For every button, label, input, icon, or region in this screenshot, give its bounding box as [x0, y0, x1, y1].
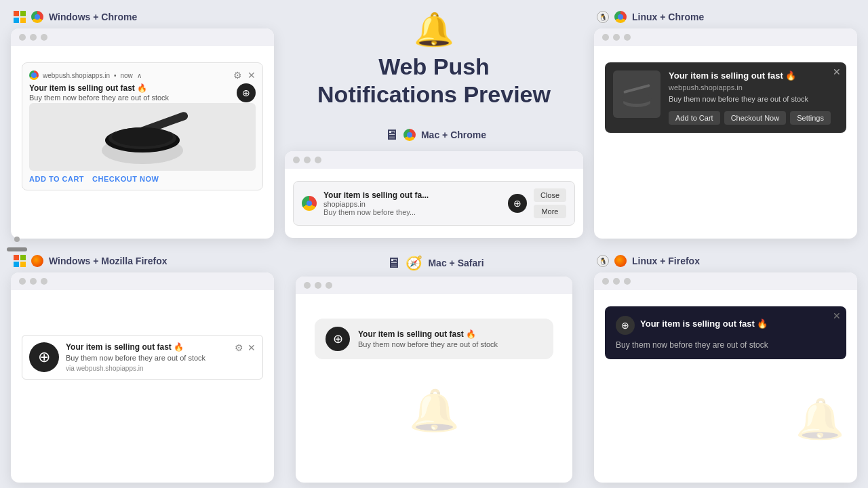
windows-chrome-section: Windows + Chrome webpush.shopiapps.in • … [0, 0, 285, 244]
notif-body: Buy them now before they are out of stoc… [29, 93, 231, 103]
dark-notif-actions: Add to Cart Checkout Now Settings [669, 111, 838, 125]
windows-firefox-browser: ⊕ Your item is selling out fast 🔥 Buy th… [11, 272, 274, 483]
linux-firefox-close[interactable]: ✕ [833, 310, 841, 321]
win-firefox-title: Your item is selling out fast 🔥 [66, 342, 235, 352]
mac-chrome-label: 🖥 Mac + Chrome [382, 127, 486, 143]
firefox-icon [31, 255, 43, 267]
safari-brand-icon: ⊕ [326, 327, 350, 351]
notif-expand: ∧ [137, 72, 142, 79]
dot3 [315, 157, 321, 163]
mac-notif-chrome-icon [302, 196, 317, 211]
notif-actions: ADD TO CART CHECKOUT NOW [29, 175, 256, 183]
win-firefox-close[interactable]: ✕ [248, 342, 256, 353]
hero-title-line2: Notifications Preview [317, 81, 551, 107]
safari-title: Your item is selling out fast 🔥 [358, 329, 498, 339]
win-firefox-notification: ⊕ Your item is selling out fast 🔥 Buy th… [22, 335, 263, 380]
dot3 [41, 278, 47, 285]
scroll-indicators [7, 237, 27, 251]
add-to-cart-btn[interactable]: ADD TO CART [29, 175, 84, 183]
notif-x[interactable]: ✕ [248, 70, 256, 81]
mac-safari-text: Mac + Safari [428, 258, 484, 268]
linux-firefox-icon [614, 255, 627, 267]
linux-firefox-text: Linux + Firefox [632, 256, 700, 266]
linux-icon: 🐧 [597, 11, 609, 23]
dot1 [602, 34, 609, 41]
dark-notif-text: Your item is selling out fast 🔥 webpush.… [669, 70, 838, 125]
notif-title-text: Your item is selling out fast 🔥 [29, 83, 147, 93]
dot2 [315, 282, 321, 289]
dark-notif-close[interactable]: ✕ [833, 66, 841, 77]
safari-body: Buy them now before they are out of stoc… [358, 340, 498, 348]
linux-firefox-browser: ✕ ⊕ Your item is selling out fast 🔥 Buy … [594, 272, 857, 483]
mac-close-btn[interactable]: Close [534, 188, 566, 202]
dark-add-cart-btn[interactable]: Add to Cart [669, 111, 720, 125]
dark-checkout-btn[interactable]: Checkout Now [724, 111, 787, 125]
linux-firefox-body: Buy them now before they are out of stoc… [616, 340, 835, 350]
brand-icon: ⊕ [237, 83, 256, 102]
hero-section: 🔔 Web Push Notifications Preview 🖥 Mac +… [285, 0, 583, 244]
linux-firefox-linux-icon: 🐧 [597, 255, 609, 267]
dot3 [326, 282, 332, 289]
mac-notif-title: Your item is selling out fa... [323, 190, 501, 200]
win-firefox-body: Buy them now before they are out of stoc… [66, 354, 235, 362]
hero-title-line1: Web Push [378, 54, 490, 79]
product-image [29, 103, 256, 171]
linux-firefox-section: 🐧 Linux + Firefox ✕ ⊕ Your item is selli… [583, 244, 868, 488]
mac-safari-content: ⊕ Your item is selling out fast 🔥 Buy th… [296, 294, 572, 445]
browser-content: webpush.shopiapps.in • now ∧ ⚙ ✕ [11, 46, 274, 207]
checkout-now-btn[interactable]: CHECKOUT NOW [92, 175, 159, 183]
linux-chrome-browser: ✕ Your item is selling out fast 🔥 webpus… [594, 28, 857, 239]
linux-firefox-notification: ✕ ⊕ Your item is selling out fast 🔥 Buy … [605, 306, 846, 359]
linux-firefox-titlebar [594, 272, 857, 290]
dark-notif-body: Buy them now before they are out of stoc… [669, 94, 838, 104]
dark-notif-source: webpush.shopiapps.in [669, 83, 838, 92]
linux-firefox-brand-icon: ⊕ [616, 316, 635, 335]
linux-firefox-title: Your item is selling out fast 🔥 [640, 319, 768, 329]
windows-firefox-label: Windows + Mozilla Firefox [11, 255, 274, 267]
notif-header: webpush.shopiapps.in • now ∧ ⚙ ✕ [29, 70, 256, 81]
mac-chrome-titlebar [285, 151, 583, 169]
bell-icon: 🔔 [414, 11, 454, 49]
scroll-bar [7, 247, 27, 251]
linux-chrome-content: ✕ Your item is selling out fast 🔥 webpus… [594, 46, 857, 149]
dot2 [30, 34, 37, 41]
safari-text: Your item is selling out fast 🔥 Buy them… [358, 329, 498, 348]
dark-settings-btn[interactable]: Settings [790, 111, 831, 125]
linux-chrome-section: 🐧 Linux + Chrome ✕ [583, 0, 868, 244]
mac-safari-notification: ⊕ Your item is selling out fast 🔥 Buy th… [315, 319, 553, 359]
linux-chrome-notification: ✕ Your item is selling out fast 🔥 webpus… [605, 62, 846, 133]
windows-firefox-text: Windows + Mozilla Firefox [49, 256, 167, 266]
safari-icon: 🧭 [406, 255, 422, 271]
mac-chrome-notification: Your item is selling out fa... shopiapps… [293, 181, 575, 226]
dark-pan-svg [616, 74, 657, 115]
notif-gear[interactable]: ⚙ [233, 70, 242, 81]
dot2 [613, 34, 620, 41]
scroll-dot-1 [14, 237, 20, 242]
notif-source-url: webpush.shopiapps.in [43, 72, 110, 79]
windows-firefox-section: Windows + Mozilla Firefox ⊕ Your item is… [0, 244, 285, 488]
notif-time: now [120, 72, 132, 79]
mac-safari-browser: ⊕ Your item is selling out fast 🔥 Buy th… [296, 277, 572, 483]
linux-chrome-icon [614, 11, 627, 23]
notif-chrome-icon [29, 70, 39, 80]
win-firefox-title-text: Your item is selling out fast 🔥 [66, 342, 184, 352]
notif-dot: • [114, 72, 117, 79]
linux-firefox-content: ✕ ⊕ Your item is selling out fast 🔥 Buy … [594, 290, 857, 375]
mac-chrome-text: Mac + Chrome [421, 129, 486, 140]
win-firefox-source: via webpush.shopiapps.in [66, 365, 235, 372]
linux-firefox-label: 🐧 Linux + Firefox [594, 255, 857, 267]
mac-more-btn[interactable]: More [534, 205, 566, 218]
linux-firefox-header: ⊕ Your item is selling out fast 🔥 [616, 316, 835, 335]
dot3 [624, 278, 631, 285]
dot1 [19, 34, 26, 41]
mac-finder-icon: 🖥 [384, 127, 398, 143]
mac-safari-section: 🖥 🧭 Mac + Safari ⊕ Your item is selling … [285, 244, 583, 488]
dot1 [293, 157, 300, 163]
windows-chrome-text: Windows + Chrome [49, 12, 137, 22]
linux-chrome-titlebar [594, 28, 857, 46]
windows-chrome-browser: webpush.shopiapps.in • now ∧ ⚙ ✕ [11, 28, 274, 239]
dot2 [613, 278, 620, 285]
mac-notif-body: Buy them now before they... [323, 208, 501, 216]
win-firefox-content: ⊕ Your item is selling out fast 🔥 Buy th… [11, 290, 274, 396]
win-firefox-gear[interactable]: ⚙ [235, 342, 243, 353]
